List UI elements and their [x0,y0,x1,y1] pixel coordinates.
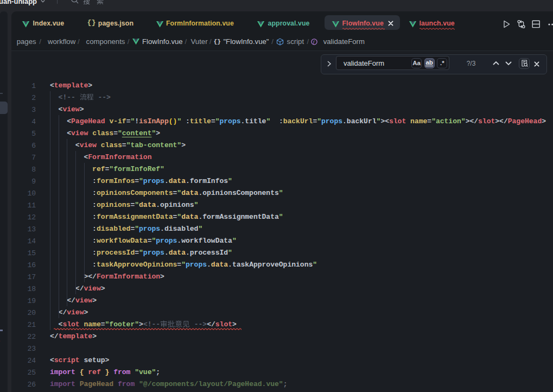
svg-text:f: f [313,39,315,45]
